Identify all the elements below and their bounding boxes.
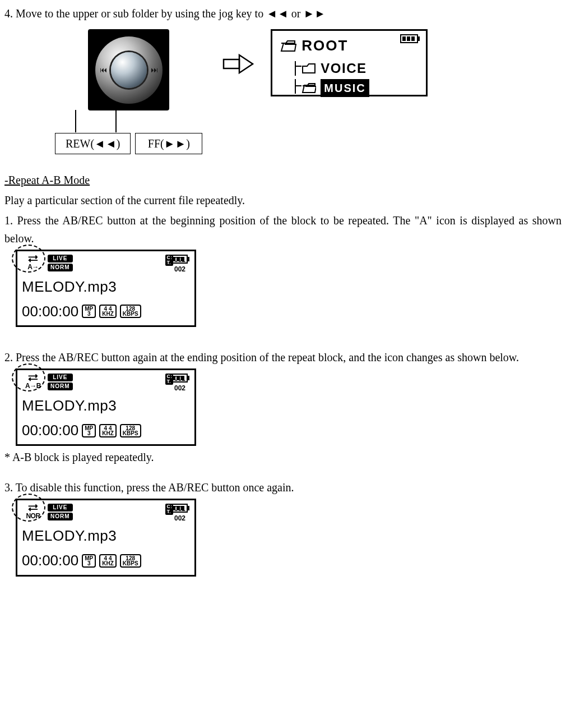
arrow-right-icon bbox=[222, 52, 255, 76]
elapsed-time: 00:00:00 bbox=[22, 300, 78, 324]
battery-icon bbox=[170, 255, 190, 264]
khz-box: 4 4KHZ bbox=[99, 554, 117, 568]
svg-rect-8 bbox=[187, 257, 189, 261]
svg-rect-3 bbox=[417, 36, 420, 41]
folder-voice-label: VOICE bbox=[321, 58, 366, 79]
battery-icon bbox=[400, 34, 420, 43]
svg-rect-11 bbox=[181, 257, 184, 261]
ab-footnote: * A-B block is played repeatedly. bbox=[4, 448, 562, 466]
live-pill: LIVE bbox=[48, 255, 73, 262]
svg-rect-5 bbox=[407, 36, 410, 41]
repeat-ab-icon: ⮂ A→B bbox=[22, 374, 44, 389]
folder-open-icon bbox=[301, 82, 316, 94]
codec-box: MP3 bbox=[82, 424, 96, 437]
step-1-text: 1. Press the AB/REC button at the beginn… bbox=[4, 211, 562, 247]
figure-row: ⏮ ⏭ REW(◄◄) FF(►►) bbox=[4, 29, 562, 154]
step-4-text: 4. Move to the upper or sub folder by us… bbox=[4, 4, 562, 22]
jog-image: ⏮ ⏭ bbox=[88, 29, 169, 110]
mode-pills: LIVE NORM bbox=[48, 255, 73, 271]
codec-box: MP3 bbox=[82, 554, 96, 568]
step-2-text: 2. Press the AB/REC button again at the … bbox=[4, 348, 562, 366]
live-pill: LIVE bbox=[48, 374, 73, 381]
kbps-box: 128KBPS bbox=[120, 554, 141, 568]
repeat-a-icon: ⮂ A→ bbox=[22, 255, 44, 270]
lcd-screen-ab: ⮂ A→B LIVE NORM C:T:001 C:002 MELODY.mp3… bbox=[16, 368, 196, 446]
svg-rect-4 bbox=[402, 36, 406, 41]
svg-rect-6 bbox=[411, 36, 415, 41]
norm-pill: NORM bbox=[48, 264, 73, 271]
lcd-screen-a: ⮂ A→ LIVE NORM C:T:001 C:002 MELODY.mp3 … bbox=[16, 250, 196, 327]
norm-pill: NORM bbox=[48, 513, 73, 520]
lcd-screen-nor: ⮂ NOR LIVE NORM C:T:001 C:002 MELODY.mp3… bbox=[16, 499, 196, 576]
section-title: -Repeat A-B Mode bbox=[4, 171, 562, 189]
live-pill: LIVE bbox=[48, 504, 73, 512]
folder-closed-icon bbox=[301, 63, 316, 74]
jog-right-glyph-icon: ⏭ bbox=[151, 64, 158, 76]
svg-rect-15 bbox=[177, 376, 180, 380]
filename-label: MELODY.mp3 bbox=[22, 524, 190, 548]
rew-label: REW(◄◄) bbox=[55, 133, 131, 154]
repeat-nor-icon: ⮂ NOR bbox=[22, 504, 44, 519]
filename-label: MELODY.mp3 bbox=[22, 394, 190, 418]
folder-screen: ROOT VOICE MUSIC bbox=[271, 29, 428, 96]
jog-block: ⏮ ⏭ REW(◄◄) FF(►►) bbox=[55, 29, 202, 154]
norm-pill: NORM bbox=[48, 383, 73, 390]
svg-rect-10 bbox=[177, 257, 180, 261]
svg-rect-16 bbox=[181, 376, 184, 380]
codec-box: MP3 bbox=[82, 305, 96, 318]
khz-box: 4 4KHZ bbox=[99, 424, 117, 437]
svg-rect-0 bbox=[224, 59, 239, 68]
folder-root-row: ROOT bbox=[280, 34, 420, 58]
folder-open-icon bbox=[280, 40, 297, 52]
svg-rect-9 bbox=[172, 257, 175, 261]
mode-pills: LIVE NORM bbox=[48, 504, 73, 520]
folder-root-label: ROOT bbox=[301, 34, 348, 58]
kbps-box: 128KBPS bbox=[120, 305, 141, 318]
svg-rect-18 bbox=[187, 506, 189, 510]
ff-label: FF(►►) bbox=[135, 133, 202, 154]
svg-marker-1 bbox=[239, 55, 253, 73]
mode-pills: LIVE NORM bbox=[48, 374, 73, 390]
elapsed-time: 00:00:00 bbox=[22, 419, 78, 443]
step-3-text: 3. To disable this function, press the A… bbox=[4, 478, 562, 496]
folder-music-row: MUSIC bbox=[289, 79, 420, 97]
folder-music-label: MUSIC bbox=[321, 79, 369, 97]
elapsed-time: 00:00:00 bbox=[22, 549, 78, 573]
khz-box: 4 4KHZ bbox=[99, 305, 117, 318]
kbps-box: 128KBPS bbox=[120, 424, 141, 437]
battery-icon bbox=[170, 504, 190, 513]
filename-label: MELODY.mp3 bbox=[22, 275, 190, 299]
svg-rect-13 bbox=[187, 376, 189, 380]
jog-left-glyph-icon: ⏮ bbox=[100, 64, 107, 76]
folder-voice-row: VOICE bbox=[289, 58, 420, 79]
svg-rect-20 bbox=[177, 506, 180, 510]
svg-rect-14 bbox=[172, 376, 175, 380]
section-intro: Play a particular section of the current… bbox=[4, 191, 562, 209]
battery-icon bbox=[170, 374, 190, 383]
svg-rect-19 bbox=[172, 506, 175, 510]
svg-rect-21 bbox=[181, 506, 184, 510]
